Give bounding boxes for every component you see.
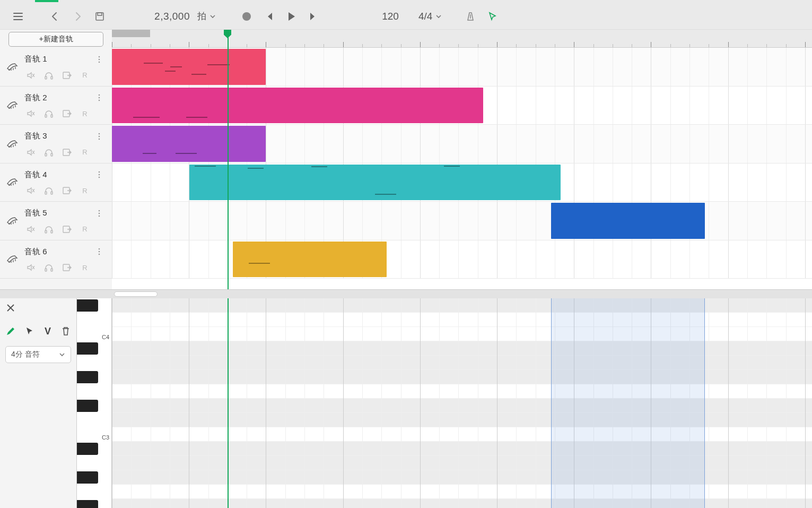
back-button[interactable] xyxy=(46,7,65,26)
scrollbar-thumb[interactable] xyxy=(114,291,158,297)
track-header[interactable]: 音轨 4 R xyxy=(0,163,112,202)
solo-button[interactable] xyxy=(43,224,54,235)
timeline-area[interactable] xyxy=(112,30,812,289)
piano-key[interactable] xyxy=(77,399,111,413)
piano-key[interactable] xyxy=(77,485,111,499)
menu-button[interactable] xyxy=(8,7,28,26)
solo-button[interactable] xyxy=(43,262,54,273)
velocity-tool-button[interactable]: V xyxy=(43,325,52,338)
track-menu-button[interactable] xyxy=(93,91,106,104)
time-signature-dropdown[interactable]: 4/4 xyxy=(415,11,445,22)
track-header[interactable]: 音轨 1 R xyxy=(0,48,112,87)
mute-button[interactable] xyxy=(25,70,36,81)
record-button[interactable] xyxy=(237,7,256,26)
piano-key[interactable] xyxy=(77,470,111,485)
piano-key[interactable]: C4 xyxy=(77,327,111,341)
track-header[interactable]: 音轨 5 R xyxy=(0,202,112,240)
piano-key[interactable] xyxy=(77,298,111,313)
more-vertical-icon xyxy=(95,247,103,256)
piano-key[interactable] xyxy=(77,442,111,456)
midi-clip[interactable] xyxy=(233,242,387,278)
track-lane[interactable] xyxy=(112,125,812,163)
piano-key[interactable] xyxy=(77,370,111,384)
track-menu-button[interactable] xyxy=(93,245,106,258)
solo-button[interactable] xyxy=(43,147,54,158)
timeline-scrollbar[interactable] xyxy=(0,290,812,298)
piano-keys[interactable]: C4C3 xyxy=(77,298,112,508)
input-button[interactable] xyxy=(62,108,72,119)
midi-clip[interactable] xyxy=(112,49,266,85)
rewind-button[interactable] xyxy=(259,7,278,26)
new-track-button[interactable]: +新建音轨 xyxy=(8,32,103,47)
mute-button[interactable] xyxy=(25,147,36,158)
track-header[interactable]: 音轨 2 R xyxy=(0,87,112,125)
record-arm-button[interactable]: R xyxy=(80,224,90,235)
piano-instrument-icon xyxy=(5,98,20,113)
track-lane[interactable] xyxy=(112,163,812,202)
close-piano-roll-button[interactable] xyxy=(4,302,17,314)
mute-button[interactable] xyxy=(25,108,36,119)
mute-button[interactable] xyxy=(25,224,36,235)
solo-button[interactable] xyxy=(43,108,54,119)
track-menu-button[interactable] xyxy=(93,168,106,181)
input-button[interactable] xyxy=(62,185,72,196)
track-header[interactable]: 音轨 3 R xyxy=(0,125,112,163)
midi-clip[interactable] xyxy=(112,126,266,162)
track-menu-button[interactable] xyxy=(93,207,106,220)
input-button[interactable] xyxy=(62,262,72,273)
piano-key[interactable]: C3 xyxy=(77,427,111,442)
svg-point-28 xyxy=(99,212,100,214)
track-menu-button[interactable] xyxy=(93,130,106,143)
input-button[interactable] xyxy=(62,147,72,158)
midi-clip[interactable] xyxy=(189,165,561,201)
record-arm-button[interactable]: R xyxy=(80,147,90,158)
svg-rect-37 xyxy=(51,269,53,271)
input-button[interactable] xyxy=(62,70,72,81)
track-lane[interactable] xyxy=(112,202,812,240)
time-ruler[interactable] xyxy=(112,30,812,48)
track-lane[interactable] xyxy=(112,240,812,279)
piano-key[interactable] xyxy=(77,384,111,399)
piano-key[interactable] xyxy=(77,413,111,427)
tempo-display[interactable]: 120 xyxy=(377,11,404,22)
pencil-tool-button[interactable] xyxy=(5,325,16,338)
record-arm-button[interactable]: R xyxy=(80,185,90,196)
select-tool-button[interactable] xyxy=(24,325,35,338)
solo-button[interactable] xyxy=(43,185,54,196)
mute-button[interactable] xyxy=(25,262,36,273)
piano-key[interactable] xyxy=(77,313,111,327)
note-snap-dropdown[interactable]: 4分 音符 xyxy=(5,346,71,363)
piano-key[interactable] xyxy=(77,341,111,356)
track-lane[interactable] xyxy=(112,87,812,125)
piano-key[interactable] xyxy=(77,456,111,470)
position-display[interactable]: 2,3,000 xyxy=(137,11,190,22)
cursor-tool-button[interactable] xyxy=(483,7,502,26)
more-vertical-icon xyxy=(95,170,103,179)
position-unit-dropdown[interactable]: 拍 xyxy=(193,10,220,22)
track-header[interactable]: 音轨 6 R xyxy=(0,240,112,279)
fast-forward-button[interactable] xyxy=(304,7,323,26)
record-arm-button[interactable]: R xyxy=(80,108,90,119)
play-button[interactable] xyxy=(282,7,301,26)
input-button[interactable] xyxy=(62,224,72,235)
metronome-button[interactable] xyxy=(461,7,480,26)
piano-key[interactable] xyxy=(77,356,111,370)
midi-clip[interactable] xyxy=(112,88,483,124)
record-arm-button[interactable]: R xyxy=(80,70,90,81)
mute-button[interactable] xyxy=(25,185,36,196)
loop-region-marker[interactable] xyxy=(112,30,150,37)
solo-button[interactable] xyxy=(43,70,54,81)
svg-rect-12 xyxy=(45,115,47,117)
delete-tool-button[interactable] xyxy=(60,325,71,338)
forward-button[interactable] xyxy=(68,7,87,26)
track-lane[interactable] xyxy=(112,48,812,87)
save-button[interactable] xyxy=(90,7,109,26)
piano-key[interactable] xyxy=(77,499,111,508)
headphones-icon xyxy=(44,148,54,157)
headphones-icon xyxy=(44,186,54,195)
record-arm-button[interactable]: R xyxy=(80,262,90,273)
piano-roll-grid[interactable] xyxy=(112,298,812,508)
midi-clip[interactable] xyxy=(551,203,705,239)
track-menu-button[interactable] xyxy=(93,53,106,66)
svg-point-10 xyxy=(99,97,100,99)
